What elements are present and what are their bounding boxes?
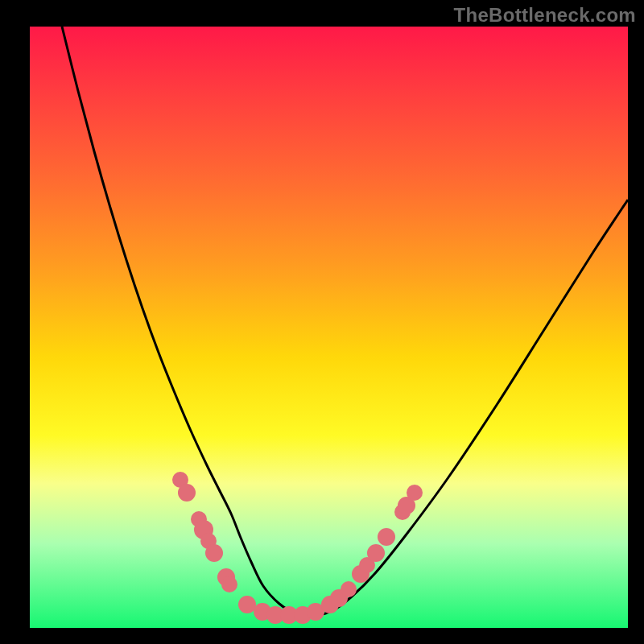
watermark-label: TheBottleneck.com — [454, 4, 636, 27]
curve-marker — [341, 581, 357, 597]
chart-svg — [30, 27, 628, 628]
marker-group — [172, 472, 423, 624]
bottleneck-curve — [62, 27, 628, 616]
chart-frame: TheBottleneck.com — [0, 0, 644, 644]
plot-area — [30, 27, 628, 628]
curve-marker — [221, 576, 237, 592]
curve-marker — [367, 544, 385, 562]
curve-marker — [205, 544, 223, 562]
curve-marker — [407, 485, 423, 501]
curve-marker — [378, 528, 395, 546]
curve-marker — [238, 596, 256, 613]
curve-marker — [178, 484, 196, 502]
